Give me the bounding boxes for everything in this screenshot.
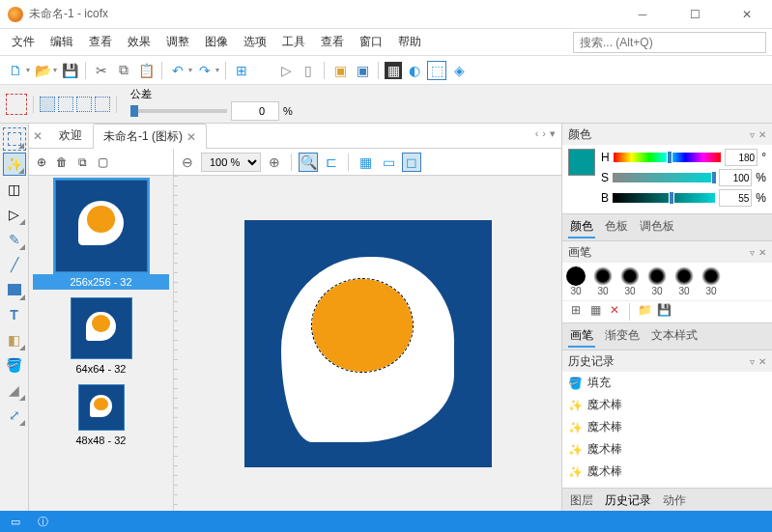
dropdown-icon[interactable]: ▾ (188, 66, 192, 74)
menu-effects[interactable]: 效果 (122, 31, 157, 53)
thumb-up-icon[interactable]: ▢ (94, 154, 111, 171)
image2-icon[interactable]: ▣ (353, 61, 372, 80)
thumbnail-item[interactable]: 64x64 - 32 (33, 297, 169, 377)
menu-image[interactable]: 图像 (199, 31, 234, 53)
move-tool[interactable]: ▷ (3, 203, 26, 226)
thumbnail-item[interactable]: 256x256 - 32 (33, 180, 169, 290)
android-icon[interactable]: ▷ (276, 61, 296, 80)
pan-icon[interactable]: 🔍 (299, 153, 318, 172)
rect-tool[interactable] (3, 278, 26, 301)
ruler-icon[interactable]: ⊏ (322, 153, 341, 172)
grid-icon[interactable]: ▦ (356, 153, 375, 172)
checker-icon[interactable]: ▦ (385, 62, 402, 79)
sel-mode-add-icon[interactable] (58, 97, 73, 112)
bri-input[interactable] (719, 189, 752, 207)
undo-icon[interactable]: ↶ (168, 61, 187, 80)
brush-preset[interactable]: 30 (674, 266, 694, 296)
apple-icon[interactable] (254, 61, 273, 80)
thumb-add-icon[interactable]: ⊕ (33, 154, 50, 171)
tab-layers[interactable]: 图层 (568, 490, 595, 511)
foreground-color[interactable] (568, 149, 595, 176)
tab-document[interactable]: 未命名-1 (图标)✕ (93, 124, 207, 149)
select-tool[interactable] (3, 127, 26, 151)
minimize-button[interactable]: ─ (625, 3, 660, 26)
new-file-icon[interactable]: 🗋 (6, 61, 25, 80)
save-icon[interactable]: 💾 (60, 61, 79, 80)
menu-file[interactable]: 文件 (6, 31, 41, 53)
window-icon[interactable]: ▭ (379, 153, 398, 172)
zoom-out-icon[interactable]: ⊖ (178, 153, 197, 172)
tab-history[interactable]: 历史记录 (603, 490, 653, 511)
brush-preset[interactable]: 30 (593, 266, 613, 296)
panel-menu-icon[interactable]: ▿ (750, 247, 755, 258)
sat-slider[interactable] (613, 173, 715, 182)
thumbnail-item[interactable]: 48x48 - 32 (33, 384, 169, 448)
close-button[interactable]: ✕ (729, 3, 764, 26)
menu-edit[interactable]: 编辑 (44, 31, 79, 53)
menu-options[interactable]: 选项 (238, 31, 272, 53)
brush-tool[interactable]: ✎ (3, 228, 26, 251)
crop-tool[interactable]: ◫ (3, 178, 26, 201)
layers-icon[interactable]: ◈ (449, 61, 469, 80)
brush-preset[interactable]: 30 (647, 266, 667, 296)
wand-tool[interactable]: ✨ (3, 153, 26, 176)
select-mode-icon[interactable]: ⬚ (427, 61, 446, 80)
tab-gradient[interactable]: 渐变色 (603, 325, 642, 348)
tab-close-icon[interactable]: ✕ (33, 129, 48, 143)
tab-welcome[interactable]: 欢迎 (48, 124, 93, 148)
tab-palette[interactable]: 调色板 (638, 216, 676, 238)
canvas[interactable] (244, 220, 492, 467)
dropdown-icon[interactable]: ▾ (26, 66, 30, 74)
menu-adjust[interactable]: 调整 (160, 31, 195, 53)
maximize-button[interactable]: ☐ (677, 3, 712, 26)
history-item[interactable]: ✨魔术棒 (562, 438, 772, 461)
tolerance-slider[interactable] (130, 109, 227, 113)
tolerance-input[interactable] (231, 101, 279, 121)
line-tool[interactable]: ╱ (3, 253, 26, 276)
dropdown-icon[interactable]: ▾ (53, 66, 57, 74)
sel-mode-int-icon[interactable] (95, 97, 110, 112)
thumb-delete-icon[interactable]: 🗑 (53, 154, 71, 171)
tab-next-icon[interactable]: › (542, 127, 546, 140)
menu-view2[interactable]: 查看 (315, 31, 350, 53)
brush-edit-icon[interactable]: ▦ (587, 303, 603, 321)
brush-new-icon[interactable]: ⊞ (568, 303, 584, 321)
menu-tools[interactable]: 工具 (276, 31, 311, 53)
menu-view[interactable]: 查看 (83, 31, 118, 53)
open-folder-icon[interactable]: 📂 (33, 61, 52, 80)
blur-icon[interactable]: ◐ (405, 61, 424, 80)
dropdown-icon[interactable]: ▾ (215, 66, 219, 74)
panel-close-icon[interactable]: ✕ (758, 129, 766, 140)
brush-delete-icon[interactable]: ✕ (607, 303, 622, 321)
tab-actions[interactable]: 动作 (661, 490, 688, 511)
brush-preset[interactable]: 30 (701, 266, 721, 296)
paste-icon[interactable]: 📋 (136, 61, 156, 80)
zoom-select[interactable]: 100 % (201, 153, 261, 172)
panel-close-icon[interactable]: ✕ (758, 356, 766, 367)
windows-icon[interactable]: ⊞ (232, 61, 251, 80)
history-item[interactable]: ✨魔术棒 (562, 416, 772, 438)
redo-icon[interactable]: ↷ (195, 61, 214, 80)
fit-icon[interactable]: ◻ (402, 153, 421, 172)
search-input[interactable] (573, 32, 766, 53)
menu-window[interactable]: 窗口 (354, 31, 388, 53)
tab-swatches[interactable]: 色板 (603, 216, 630, 238)
fill-tool[interactable]: 🪣 (3, 353, 26, 377)
brush-preset[interactable]: 30 (620, 266, 640, 296)
gradient-tool[interactable]: ◢ (3, 378, 26, 402)
bri-slider[interactable] (613, 193, 715, 203)
hue-slider[interactable] (614, 153, 722, 162)
sel-mode-new-icon[interactable] (40, 97, 55, 112)
copy-icon[interactable]: ⧉ (114, 61, 133, 80)
tab-textstyle[interactable]: 文本样式 (649, 325, 700, 348)
zoom-in-icon[interactable]: ⊕ (265, 153, 284, 172)
menu-help[interactable]: 帮助 (392, 31, 427, 53)
history-item[interactable]: 🪣填充 (562, 372, 772, 394)
sel-mode-sub-icon[interactable] (76, 97, 92, 112)
history-item[interactable]: ✨魔术棒 (562, 394, 772, 416)
tab-color[interactable]: 颜色 (568, 216, 595, 238)
status-info-icon[interactable]: ⓘ (35, 514, 50, 529)
text-tool[interactable]: T (3, 303, 26, 326)
history-item[interactable]: ✨魔术棒 (562, 461, 772, 483)
panel-menu-icon[interactable]: ▿ (750, 356, 755, 367)
